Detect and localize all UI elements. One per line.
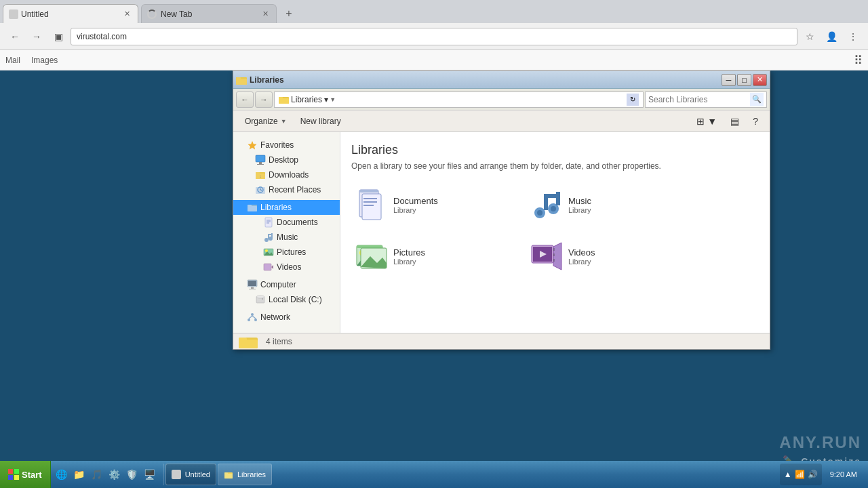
taskbar-right: ▲ 📶 🔊 9:20 AM [774, 461, 868, 488]
new-library-button[interactable]: New library [294, 113, 347, 130]
pictures-library-item[interactable]: Pictures Library [351, 236, 515, 277]
view-options-button[interactable]: ⊞ ▼ [690, 113, 723, 130]
preview-pane-button[interactable]: ▤ [724, 113, 745, 130]
browser-chrome: Untitled ✕ New Tab ✕ + ← → ▣ ☆ 👤 ⋮ Mail … [0, 0, 868, 70]
bookmark-button[interactable]: ☆ [800, 27, 819, 46]
browser-links-bar: Mail Images ⠿ [0, 50, 868, 70]
chrome-taskbar-icon[interactable]: ⚙️ [106, 466, 123, 483]
user-button[interactable]: 👤 [822, 27, 841, 46]
search-button[interactable]: 🔍 [750, 93, 764, 106]
documents-library-item[interactable]: Documents Library [351, 184, 515, 225]
refresh-address-button[interactable]: ↻ [627, 94, 639, 106]
favorites-section: Favorites Desktop ↓ Downloads Recent Pla… [233, 138, 340, 197]
window-controls: ─ □ ✕ [722, 74, 767, 86]
sidebar-pictures[interactable]: Pictures [233, 245, 340, 260]
search-box: 🔍 [645, 92, 767, 108]
libraries-label: Libraries [260, 203, 292, 212]
breadcrumb-text[interactable]: Libraries ▾ [291, 95, 328, 104]
menu-button[interactable]: ⋮ [844, 27, 863, 46]
back-button[interactable]: ← [5, 27, 24, 46]
close-button[interactable]: ✕ [753, 74, 767, 86]
explorer-body: Favorites Desktop ↓ Downloads Recent Pla… [233, 132, 770, 333]
sidebar-computer[interactable]: Computer [233, 277, 340, 292]
music-lib-name: Music [568, 196, 591, 206]
libraries-heading: Libraries [351, 143, 759, 157]
organize-dropdown-icon: ▼ [281, 118, 287, 125]
toolbar-right: ⊞ ▼ ▤ ? [690, 113, 764, 130]
reload-button[interactable]: ▣ [49, 27, 68, 46]
svg-rect-39 [249, 289, 256, 289]
security-taskbar-icon[interactable]: 🛡️ [124, 466, 140, 483]
taskbar-libraries[interactable]: Libraries [218, 464, 272, 485]
breadcrumb-dropdown-icon[interactable]: ▼ [330, 96, 336, 103]
downloads-icon: ↓ [255, 169, 266, 180]
sidebar-network[interactable]: Network [233, 310, 340, 325]
nav-back-button[interactable]: ← [236, 92, 254, 108]
tab-newtab-label: New Tab [161, 9, 260, 19]
library-grid: Documents Library [351, 184, 690, 277]
svg-marker-7 [248, 141, 257, 150]
svg-rect-75 [553, 248, 555, 251]
start-button[interactable]: Start [0, 461, 51, 488]
sidebar-local-disk[interactable]: Local Disk (C:) [233, 292, 340, 307]
svg-rect-37 [248, 281, 256, 286]
forward-button[interactable]: → [27, 27, 46, 46]
tab-untitled-close[interactable]: ✕ [121, 9, 132, 20]
tab-untitled-label: Untitled [21, 9, 121, 19]
sidebar-recent-places[interactable]: Recent Places [233, 182, 340, 197]
pictures-sidebar-label: Pictures [277, 247, 306, 257]
address-bar[interactable] [71, 28, 797, 45]
svg-text:↓: ↓ [259, 174, 262, 178]
videos-library-item[interactable]: Videos Library [526, 236, 690, 277]
tab-untitled[interactable]: Untitled ✕ [3, 4, 138, 23]
window-titlebar: Libraries ─ □ ✕ [233, 71, 770, 89]
monitor-taskbar-icon[interactable]: 🖥️ [142, 466, 158, 483]
svg-rect-38 [251, 287, 254, 289]
music-library-item[interactable]: Music Library [526, 184, 690, 225]
nav-forward-button[interactable]: → [255, 92, 273, 108]
taskbar-untitled[interactable]: Untitled [165, 464, 216, 485]
tray-show-hidden-icon[interactable]: ▲ [784, 470, 792, 479]
svg-rect-83 [8, 475, 13, 480]
svg-rect-8 [256, 155, 265, 162]
organize-button[interactable]: Organize ▼ [239, 113, 293, 130]
statusbar-folder-icon [239, 333, 260, 350]
taskbar-libraries-label: Libraries [237, 470, 266, 479]
tab-newtab[interactable]: New Tab ✕ [141, 4, 277, 23]
tray-volume-icon[interactable]: 🔊 [808, 470, 818, 479]
svg-point-44 [248, 319, 250, 321]
help-button[interactable]: ? [747, 113, 764, 130]
sidebar-documents[interactable]: Documents [233, 215, 340, 230]
tab-newtab-close[interactable]: ✕ [260, 9, 271, 20]
pictures-library-icon [355, 240, 388, 272]
sidebar-favorites-header[interactable]: Favorites [233, 138, 340, 152]
start-label: Start [22, 470, 42, 480]
sidebar-desktop[interactable]: Desktop [233, 152, 340, 167]
sidebar-videos[interactable]: Videos [233, 260, 340, 274]
svg-rect-22 [265, 218, 272, 227]
folder-taskbar-icon[interactable]: 📁 [71, 466, 87, 483]
pictures-lib-name: Pictures [393, 247, 425, 258]
search-input[interactable] [648, 95, 750, 104]
favorites-label: Favorites [260, 140, 294, 150]
ie-taskbar-icon[interactable]: 🌐 [54, 466, 70, 483]
windows-logo-icon [8, 469, 19, 480]
svg-point-59 [537, 210, 542, 216]
clock[interactable]: 9:20 AM [825, 470, 863, 479]
svg-rect-76 [553, 253, 555, 256]
sidebar-downloads[interactable]: ↓ Downloads [233, 167, 340, 182]
network-label: Network [260, 312, 290, 322]
address-breadcrumb[interactable]: Libraries ▾ ▼ ↻ [274, 92, 644, 108]
mail-link[interactable]: Mail [5, 56, 20, 65]
media-taskbar-icon[interactable]: 🎵 [89, 466, 105, 483]
maximize-button[interactable]: □ [737, 74, 751, 86]
svg-point-42 [262, 298, 263, 300]
music-sidebar-label: Music [277, 232, 298, 242]
apps-icon[interactable]: ⠿ [854, 53, 863, 68]
sidebar-libraries[interactable]: Libraries [233, 200, 340, 215]
new-tab-button[interactable]: + [279, 4, 298, 23]
computer-label: Computer [260, 280, 296, 289]
sidebar-music[interactable]: Music [233, 230, 340, 245]
images-link[interactable]: Images [31, 56, 58, 65]
minimize-button[interactable]: ─ [722, 74, 736, 86]
